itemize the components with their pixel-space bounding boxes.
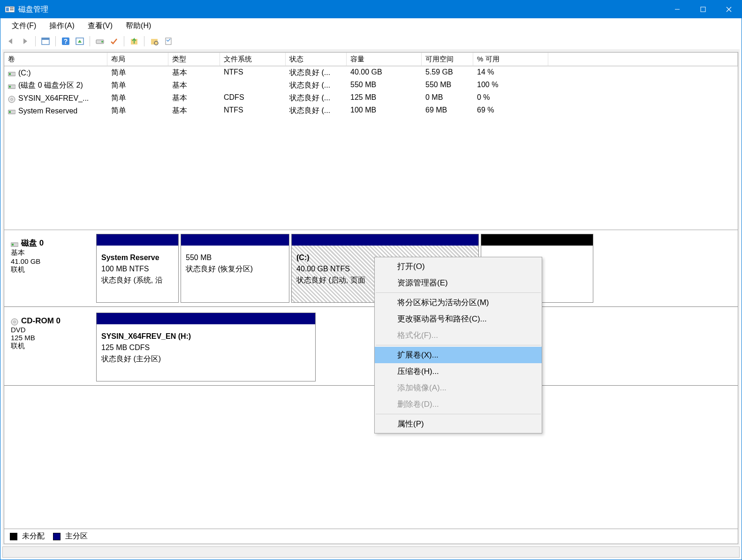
partition-status: 状态良好 (主分区): [101, 353, 310, 365]
partition-body: SYSIN_X64FREV_EN (H:)125 MB CDFS状态良好 (主分…: [97, 324, 315, 381]
svg-point-14: [101, 41, 103, 43]
volume-list[interactable]: 卷 布局 类型 文件系统 状态 容量 可用空间 % 可用 (C:)简单基本NTF…: [4, 52, 738, 230]
help-icon[interactable]: ?: [60, 35, 72, 47]
partition[interactable]: SYSIN_X64FREV_EN (H:)125 MB CDFS状态良好 (主分…: [96, 313, 316, 381]
context-menu-item[interactable]: 压缩卷(H)...: [375, 363, 542, 380]
menu-view[interactable]: 查看(V): [81, 19, 119, 33]
context-menu-item[interactable]: 扩展卷(X)...: [375, 347, 542, 363]
context-menu-item[interactable]: 将分区标记为活动分区(M): [375, 294, 542, 311]
close-button[interactable]: [716, 0, 742, 18]
col-free[interactable]: 可用空间: [422, 52, 473, 66]
volume-layout: 简单: [107, 67, 168, 79]
forward-button[interactable]: [19, 35, 31, 47]
legend: 未分配 主分区: [4, 529, 738, 544]
disk-status: 联机: [11, 265, 88, 274]
partition-size: 100 MB NTFS: [101, 263, 174, 275]
volume-capacity: 125 MB: [347, 92, 422, 105]
legend-swatch-primary: [53, 533, 61, 540]
cd-icon: [11, 318, 18, 324]
svg-rect-1: [6, 7, 9, 11]
volume-row[interactable]: (磁盘 0 磁盘分区 2)简单基本状态良好 (...550 MB550 MB10…: [4, 79, 738, 92]
volume-row[interactable]: System Reserved简单基本NTFS状态良好 (...100 MB69…: [4, 105, 738, 117]
menu-file[interactable]: 文件(F): [5, 19, 43, 33]
volume-capacity: 550 MB: [347, 79, 422, 92]
partition-header: [292, 234, 478, 246]
volume-capacity: 40.00 GB: [347, 67, 422, 79]
partition[interactable]: 550 MB状态良好 (恢复分区): [181, 234, 289, 303]
disk-row: 磁盘 0基本41.00 GB联机System Reserve100 MB NTF…: [4, 232, 738, 307]
volume-type: 基本: [168, 92, 220, 105]
partition-body: System Reserve100 MB NTFS状态良好 (系统, 沿: [97, 246, 178, 302]
volume-status: 状态良好 (...: [286, 105, 347, 117]
volume-fs: [220, 79, 286, 92]
context-menu-item[interactable]: 资源管理器(E): [375, 275, 542, 291]
col-layout[interactable]: 布局: [107, 52, 168, 66]
partition-size: 550 MB: [186, 252, 284, 263]
toolbar-icon-2[interactable]: [74, 35, 86, 47]
volume-layout: 简单: [107, 92, 168, 105]
partition-header: [181, 234, 289, 246]
context-menu-item[interactable]: 更改驱动器号和路径(C)...: [375, 311, 542, 327]
legend-swatch-unalloc: [10, 533, 17, 540]
disk-size: 125 MB: [11, 334, 88, 342]
col-capacity[interactable]: 容量: [347, 52, 422, 66]
svg-text:?: ?: [64, 37, 68, 45]
toolbar-icon-5[interactable]: [128, 35, 140, 47]
col-status[interactable]: 状态: [286, 52, 347, 66]
volume-name: (磁盘 0 磁盘分区 2): [18, 81, 83, 90]
disk-type: 基本: [11, 248, 88, 257]
context-menu: 打开(O)资源管理器(E)将分区标记为活动分区(M)更改驱动器号和路径(C)..…: [374, 257, 542, 433]
disk-status: 联机: [11, 342, 88, 351]
disk-title: CD-ROM 0: [21, 316, 61, 326]
volume-pct: 14 %: [473, 67, 548, 79]
disk-label: 磁盘 0基本41.00 GB联机: [4, 232, 94, 306]
disk-type: DVD: [11, 326, 88, 334]
col-volume[interactable]: 卷: [4, 52, 107, 66]
partition-header: [97, 234, 178, 246]
disk-graph: 磁盘 0基本41.00 GB联机System Reserve100 MB NTF…: [4, 230, 738, 529]
legend-unalloc-label: 未分配: [22, 531, 45, 541]
partition-body: 550 MB状态良好 (恢复分区): [181, 246, 289, 302]
col-fs[interactable]: 文件系统: [220, 52, 286, 66]
maximize-button[interactable]: [690, 0, 716, 18]
volume-list-header: 卷 布局 类型 文件系统 状态 容量 可用空间 % 可用: [4, 52, 738, 67]
volume-name: SYSIN_X64FREV_...: [18, 94, 89, 103]
legend-primary-label: 主分区: [65, 531, 88, 541]
volume-fs: CDFS: [220, 92, 286, 105]
disk-icon: [8, 83, 15, 89]
partition[interactable]: System Reserve100 MB NTFS状态良好 (系统, 沿: [96, 234, 179, 303]
menu-help[interactable]: 帮助(H): [119, 19, 158, 33]
svg-rect-22: [9, 86, 11, 88]
menubar: 文件(F) 操作(A) 查看(V) 帮助(H): [0, 18, 742, 33]
volume-pct: 100 %: [473, 79, 548, 92]
svg-rect-2: [10, 7, 14, 8]
svg-rect-20: [9, 73, 11, 75]
toolbar-icon-1[interactable]: [39, 35, 52, 47]
disk-icon: [8, 70, 15, 76]
disk-size: 41.00 GB: [11, 257, 88, 265]
window-title: 磁盘管理: [18, 5, 664, 15]
toolbar-icon-7[interactable]: [162, 35, 174, 47]
volume-layout: 简单: [107, 105, 168, 117]
volume-row[interactable]: (C:)简单基本NTFS状态良好 (...40.00 GB5.59 GB14 %: [4, 67, 738, 79]
volume-free: 69 MB: [422, 105, 473, 117]
context-menu-item[interactable]: 打开(O): [375, 258, 542, 275]
content-area: 卷 布局 类型 文件系统 状态 容量 可用空间 % 可用 (C:)简单基本NTF…: [2, 49, 740, 545]
volume-type: 基本: [168, 67, 220, 79]
disk-title: 磁盘 0: [21, 238, 44, 248]
toolbar-icon-6[interactable]: [148, 35, 160, 47]
context-menu-item[interactable]: 属性(P): [375, 416, 542, 432]
volume-layout: 简单: [107, 79, 168, 92]
toolbar-icon-3[interactable]: [94, 35, 106, 47]
volume-row[interactable]: SYSIN_X64FREV_...简单基本CDFS状态良好 (...125 MB…: [4, 92, 738, 105]
col-type[interactable]: 类型: [168, 52, 220, 66]
svg-rect-28: [12, 244, 14, 246]
minimize-button[interactable]: [664, 0, 690, 18]
back-button[interactable]: [5, 35, 17, 47]
window-controls: [664, 0, 742, 18]
menu-action[interactable]: 操作(A): [43, 19, 81, 33]
col-pct[interactable]: % 可用: [473, 52, 548, 66]
volume-name: System Reserved: [18, 107, 77, 115]
toolbar-icon-4[interactable]: [108, 35, 120, 47]
svg-rect-3: [10, 9, 14, 10]
